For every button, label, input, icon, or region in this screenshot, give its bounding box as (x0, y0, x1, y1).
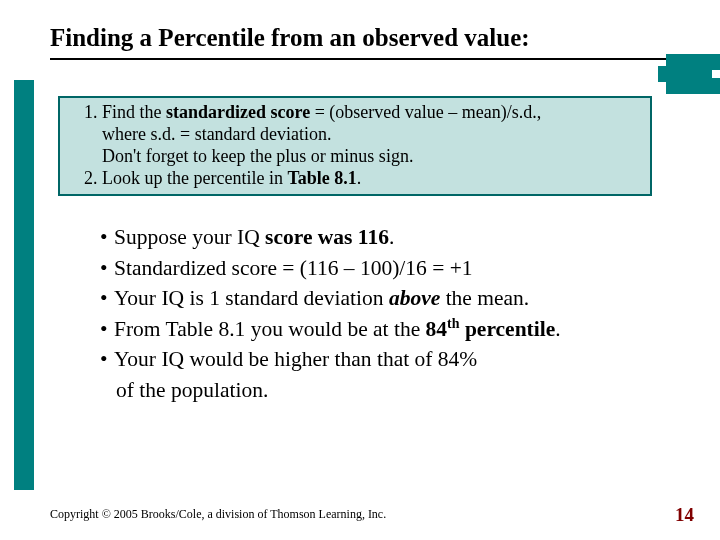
page-title: Finding a Percentile from an observed va… (50, 24, 690, 56)
step-2: Look up the percentile in Table 8.1. (102, 168, 640, 190)
left-accent-bar (14, 80, 34, 490)
bullet-3: •Your IQ is 1 standard deviation above t… (100, 283, 680, 314)
copyright-footer: Copyright © 2005 Brooks/Cole, a division… (50, 507, 386, 522)
title-underline (50, 58, 690, 60)
title-decoration (658, 60, 716, 100)
steps-box: Find the standardized score = (observed … (58, 96, 652, 196)
bullet-5: •Your IQ would be higher than that of 84… (100, 344, 680, 375)
bullet-5-cont: of the population. (100, 375, 680, 406)
title-area: Finding a Percentile from an observed va… (50, 24, 690, 60)
bullet-2: •Standardized score = (116 – 100)/16 = +… (100, 253, 680, 284)
page-number: 14 (675, 504, 694, 526)
bullet-4: •From Table 8.1 you would be at the 84th… (100, 314, 680, 345)
step-1: Find the standardized score = (observed … (102, 102, 640, 168)
example-bullets: •Suppose your IQ score was 116. •Standar… (100, 222, 680, 405)
bullet-1: •Suppose your IQ score was 116. (100, 222, 680, 253)
